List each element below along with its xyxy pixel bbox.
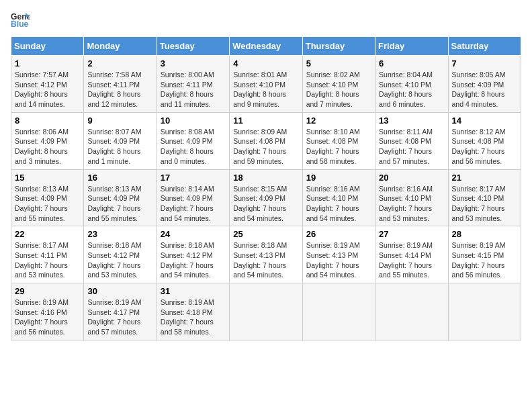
day-info: Sunrise: 8:06 AMSunset: 4:09 PMDaylight:…: [15, 128, 69, 165]
calendar-cell: 2 Sunrise: 7:58 AMSunset: 4:11 PMDayligh…: [84, 56, 157, 113]
calendar-cell: 25 Sunrise: 8:18 AMSunset: 4:13 PMDaylig…: [230, 226, 302, 283]
day-info: Sunrise: 8:12 AMSunset: 4:08 PMDaylight:…: [452, 128, 506, 165]
day-info: Sunrise: 8:18 AMSunset: 4:12 PMDaylight:…: [161, 241, 214, 279]
day-info: Sunrise: 8:17 AMSunset: 4:11 PMDaylight:…: [15, 241, 69, 279]
day-number: 1: [15, 58, 80, 68]
day-info: Sunrise: 8:17 AMSunset: 4:10 PMDaylight:…: [452, 185, 506, 222]
calendar-cell: 19 Sunrise: 8:16 AMSunset: 4:10 PMDaylig…: [302, 169, 375, 226]
calendar-cell: 18 Sunrise: 8:15 AMSunset: 4:09 PMDaylig…: [230, 169, 302, 226]
calendar-cell: 29 Sunrise: 8:19 AMSunset: 4:16 PMDaylig…: [11, 283, 84, 340]
day-number: 3: [161, 58, 226, 68]
day-info: Sunrise: 7:57 AMSunset: 4:12 PMDaylight:…: [15, 71, 69, 108]
calendar-cell: 16 Sunrise: 8:13 AMSunset: 4:09 PMDaylig…: [84, 169, 157, 226]
day-number: 17: [161, 173, 226, 183]
day-number: 29: [15, 286, 80, 296]
calendar-cell: 10 Sunrise: 8:08 AMSunset: 4:09 PMDaylig…: [157, 112, 229, 169]
day-number: 12: [306, 116, 371, 126]
logo-icon: General Blue: [11, 11, 30, 30]
calendar-cell: 24 Sunrise: 8:18 AMSunset: 4:12 PMDaylig…: [157, 226, 229, 283]
day-number: 18: [233, 173, 298, 183]
day-number: 24: [161, 229, 226, 239]
day-info: Sunrise: 8:19 AMSunset: 4:15 PMDaylight:…: [452, 241, 506, 279]
weekday-header: Friday: [375, 37, 448, 56]
day-info: Sunrise: 8:09 AMSunset: 4:08 PMDaylight:…: [233, 128, 287, 165]
day-number: 10: [161, 116, 226, 126]
weekday-header: Monday: [84, 37, 157, 56]
calendar-cell: 13 Sunrise: 8:11 AMSunset: 4:08 PMDaylig…: [375, 112, 448, 169]
calendar-cell: 4 Sunrise: 8:01 AMSunset: 4:10 PMDayligh…: [230, 56, 302, 113]
day-number: 11: [233, 116, 298, 126]
calendar-cell: 31 Sunrise: 8:19 AMSunset: 4:18 PMDaylig…: [157, 283, 229, 340]
day-info: Sunrise: 8:19 AMSunset: 4:13 PMDaylight:…: [306, 241, 360, 279]
day-info: Sunrise: 7:58 AMSunset: 4:11 PMDaylight:…: [87, 71, 141, 108]
day-info: Sunrise: 8:18 AMSunset: 4:13 PMDaylight:…: [233, 241, 287, 279]
day-number: 8: [15, 116, 80, 126]
calendar-cell: 20 Sunrise: 8:16 AMSunset: 4:10 PMDaylig…: [375, 169, 448, 226]
calendar-table: SundayMondayTuesdayWednesdayThursdayFrid…: [11, 36, 521, 340]
calendar-cell: [230, 283, 302, 340]
calendar-cell: 12 Sunrise: 8:10 AMSunset: 4:08 PMDaylig…: [302, 112, 375, 169]
calendar-cell: [448, 283, 521, 340]
day-number: 23: [87, 229, 152, 239]
day-number: 30: [87, 286, 152, 296]
day-number: 14: [452, 116, 517, 126]
day-info: Sunrise: 8:05 AMSunset: 4:09 PMDaylight:…: [452, 71, 506, 108]
calendar-cell: 21 Sunrise: 8:17 AMSunset: 4:10 PMDaylig…: [448, 169, 521, 226]
weekday-header: Wednesday: [230, 37, 302, 56]
day-number: 20: [379, 173, 444, 183]
day-info: Sunrise: 8:16 AMSunset: 4:10 PMDaylight:…: [306, 185, 360, 222]
day-number: 2: [87, 58, 152, 68]
calendar-cell: 5 Sunrise: 8:02 AMSunset: 4:10 PMDayligh…: [302, 56, 375, 113]
weekday-header: Thursday: [302, 37, 375, 56]
calendar-cell: 28 Sunrise: 8:19 AMSunset: 4:15 PMDaylig…: [448, 226, 521, 283]
day-number: 27: [379, 229, 444, 239]
day-info: Sunrise: 8:00 AMSunset: 4:11 PMDaylight:…: [161, 71, 214, 108]
day-number: 26: [306, 229, 371, 239]
day-info: Sunrise: 8:14 AMSunset: 4:09 PMDaylight:…: [161, 185, 214, 222]
day-info: Sunrise: 8:04 AMSunset: 4:10 PMDaylight:…: [379, 71, 433, 108]
day-number: 25: [233, 229, 298, 239]
day-number: 9: [87, 116, 152, 126]
day-number: 4: [233, 58, 298, 68]
day-info: Sunrise: 8:13 AMSunset: 4:09 PMDaylight:…: [87, 185, 141, 222]
day-info: Sunrise: 8:19 AMSunset: 4:17 PMDaylight:…: [87, 298, 141, 336]
day-info: Sunrise: 8:10 AMSunset: 4:08 PMDaylight:…: [306, 128, 360, 165]
day-info: Sunrise: 8:08 AMSunset: 4:09 PMDaylight:…: [161, 128, 214, 165]
logo: General Blue: [11, 11, 30, 30]
svg-text:Blue: Blue: [11, 19, 29, 29]
day-number: 28: [452, 229, 517, 239]
calendar-cell: 26 Sunrise: 8:19 AMSunset: 4:13 PMDaylig…: [302, 226, 375, 283]
day-number: 13: [379, 116, 444, 126]
day-info: Sunrise: 8:18 AMSunset: 4:12 PMDaylight:…: [87, 241, 141, 279]
calendar-cell: 27 Sunrise: 8:19 AMSunset: 4:14 PMDaylig…: [375, 226, 448, 283]
day-info: Sunrise: 8:19 AMSunset: 4:14 PMDaylight:…: [379, 241, 433, 279]
day-info: Sunrise: 8:11 AMSunset: 4:08 PMDaylight:…: [379, 128, 433, 165]
day-info: Sunrise: 8:19 AMSunset: 4:18 PMDaylight:…: [161, 298, 214, 336]
calendar-cell: 30 Sunrise: 8:19 AMSunset: 4:17 PMDaylig…: [84, 283, 157, 340]
day-number: 7: [452, 58, 517, 68]
weekday-header: Tuesday: [157, 37, 229, 56]
day-number: 21: [452, 173, 517, 183]
day-number: 19: [306, 173, 371, 183]
day-info: Sunrise: 8:07 AMSunset: 4:09 PMDaylight:…: [87, 128, 141, 165]
day-number: 6: [379, 58, 444, 68]
calendar-cell: 22 Sunrise: 8:17 AMSunset: 4:11 PMDaylig…: [11, 226, 84, 283]
day-info: Sunrise: 8:19 AMSunset: 4:16 PMDaylight:…: [15, 298, 69, 336]
calendar-cell: 17 Sunrise: 8:14 AMSunset: 4:09 PMDaylig…: [157, 169, 229, 226]
calendar-cell: 14 Sunrise: 8:12 AMSunset: 4:08 PMDaylig…: [448, 112, 521, 169]
day-number: 22: [15, 229, 80, 239]
calendar-cell: [302, 283, 375, 340]
calendar-cell: 3 Sunrise: 8:00 AMSunset: 4:11 PMDayligh…: [157, 56, 229, 113]
page-header: General Blue: [11, 11, 521, 30]
calendar-cell: 11 Sunrise: 8:09 AMSunset: 4:08 PMDaylig…: [230, 112, 302, 169]
day-number: 31: [161, 286, 226, 296]
day-number: 15: [15, 173, 80, 183]
day-number: 16: [87, 173, 152, 183]
calendar-cell: 9 Sunrise: 8:07 AMSunset: 4:09 PMDayligh…: [84, 112, 157, 169]
weekday-header: Saturday: [448, 37, 521, 56]
weekday-header: Sunday: [11, 37, 84, 56]
day-info: Sunrise: 8:15 AMSunset: 4:09 PMDaylight:…: [233, 185, 287, 222]
calendar-cell: 8 Sunrise: 8:06 AMSunset: 4:09 PMDayligh…: [11, 112, 84, 169]
day-info: Sunrise: 8:16 AMSunset: 4:10 PMDaylight:…: [379, 185, 433, 222]
calendar-cell: [375, 283, 448, 340]
